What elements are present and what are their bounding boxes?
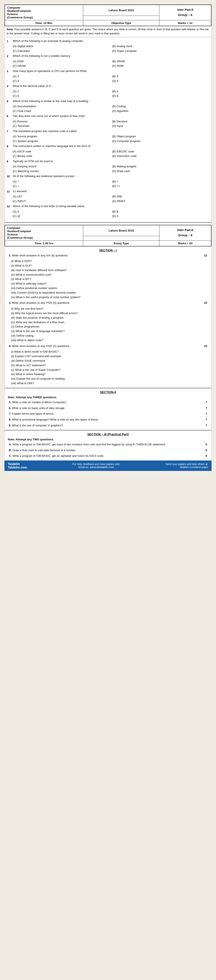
options-grid-9: (A) Keeping record (B) Making budgets (C…: [7, 164, 209, 173]
option-label: (D): [112, 215, 116, 218]
option-text: Digital watch: [17, 45, 33, 48]
essay-header-table: ComputerStudies/ComputerScience(Commerce…: [5, 225, 211, 247]
option-text: 2: [17, 75, 19, 78]
option-text: 4: [17, 80, 19, 83]
option-label: (A): [13, 135, 16, 138]
question-9: 9 Typically an ATM can be used to : (A) …: [7, 159, 209, 173]
options-grid-12: (A) S (B) $ (C) @ (D) #: [7, 210, 209, 218]
option-text: Analog clock: [116, 45, 132, 48]
option-label: (C): [13, 170, 17, 173]
option-label: (D): [112, 110, 116, 113]
option-8-4: (D) Instruction code: [112, 154, 209, 158]
question-text-8: The instructions written in machine lang…: [13, 144, 209, 148]
sub-item: (iv) Write any two limitations of a flow…: [11, 320, 211, 325]
section-ii-q: 7. Explain errors and types of errors. 7: [9, 412, 211, 416]
sub-item: (ii) Explain LIST command with example.: [11, 354, 211, 359]
option-text: Calculator: [17, 49, 30, 52]
option-label: (B): [112, 105, 116, 108]
question-row-11: 11 11 element :: [7, 189, 209, 194]
item-text: Convert (01001)₂ to equivalent decimal n…: [17, 291, 76, 294]
brand-name: Talabilm Talabilm.com: [8, 462, 27, 469]
roman-label: (i): [11, 307, 14, 310]
option-label: (D): [112, 94, 116, 97]
roman-label: (iv): [11, 321, 15, 324]
question-text-9: Typically an ATM can be used to :: [13, 159, 209, 164]
question-num-4: 4: [7, 84, 13, 88]
sub-item: (vii) Define coding.: [11, 334, 211, 338]
option-text: DRAM: [17, 64, 26, 67]
option-label: (A): [13, 195, 16, 198]
question-4: 4 What is the decimal value of 2² : (A) …: [7, 84, 209, 98]
option-label: (B): [112, 75, 116, 78]
option-label: (A): [13, 150, 16, 153]
section-iii-q: B. Draw a flow chart to calculate factor…: [9, 448, 211, 453]
item-text: What is GUI?: [15, 264, 32, 267]
option-text: Coding: [117, 105, 125, 108]
option-text: DIM: [117, 195, 122, 198]
roman-label: (i): [11, 350, 14, 353]
option-10-4: (D) >=: [112, 184, 209, 188]
item-text: What is BIT?: [15, 277, 31, 281]
option-5-4: (D) Algorithm: [112, 109, 209, 113]
roman-label: (iv): [11, 273, 15, 276]
sub-item: (ix) What is the useful property of octa…: [11, 295, 211, 300]
option-6-1: (A) Process: [13, 119, 110, 124]
questions-section: 1 Which of the following is an example o…: [5, 37, 211, 220]
option-5-3: (C) Flow Chart: [13, 109, 110, 113]
roman-label: (viii): [11, 382, 16, 385]
option-7-3: (C) System program: [13, 139, 110, 143]
option-label: (B): [112, 45, 116, 48]
options-grid-5: (A) Documentation (B) Coding (C) Flow Ch…: [7, 104, 209, 113]
question-8: 8 The instructions written in machine la…: [7, 144, 209, 158]
option-text: ^: [17, 180, 19, 183]
question-row-3: 3 How many types of operations a CPU can…: [7, 69, 209, 73]
item-text: Define programmer.: [15, 325, 40, 328]
item-text: Write any two limitations of a flow char…: [16, 321, 65, 324]
option-4-3: (C) 6: [13, 94, 110, 98]
essay-q4.: 4. Write short answers to any FIVE (5) q…: [9, 344, 211, 348]
send-label: Send your papers and help others at:: [166, 463, 208, 466]
item-text: Why the logical errors are the most diff…: [15, 312, 78, 315]
roman-label: (iv): [11, 364, 15, 367]
section-ii-q: 9. What is the use of computer in graphi…: [9, 423, 211, 428]
footer-email: admin@talabilm.com: [90, 466, 114, 469]
essay-subject-title: ComputerStudies/ComputerScience(Commerce…: [5, 225, 83, 240]
option-label: (C): [13, 110, 17, 113]
option-label: (D): [112, 64, 116, 67]
sub-item: (i) Why we use flow lines?: [11, 307, 211, 311]
question-num-5: 5: [7, 99, 13, 103]
question-1: 1 Which of the following is an example o…: [7, 39, 209, 53]
sub-item: (ii) Why the logical errors are the most…: [11, 311, 211, 316]
option-label: (C): [13, 94, 17, 97]
option-text: 5: [117, 80, 118, 83]
question-10: 10 All of the following are relational o…: [7, 174, 209, 188]
item-text: What is object code?: [17, 339, 43, 342]
option-2-3: (C) DRAM: [13, 64, 110, 68]
option-11-3: (C) INPUT: [13, 199, 110, 204]
footer-send: Send your papers and help others at: tal…: [166, 463, 208, 469]
option-text: ROM: [117, 64, 123, 67]
option-text: =: [17, 185, 19, 188]
roman-label: (ix): [11, 296, 15, 299]
question-row-10: 10 All of the following are relational o…: [7, 174, 209, 178]
item-text: How is hardware different from software?: [16, 269, 67, 272]
option-text: S: [17, 210, 19, 213]
sub-item: (viii) What is CMI?: [11, 381, 211, 386]
option-label: (B): [112, 135, 116, 138]
option-4-4: (D) 8: [112, 94, 209, 98]
options-grid-7: (A) Source program (B) Object program (C…: [7, 134, 209, 143]
section-iii-note: Note: Attempt any TWO questions.: [5, 438, 211, 441]
question-num-6: 6: [7, 114, 13, 118]
option-label: (D): [112, 124, 116, 127]
option-label: (C): [13, 215, 17, 218]
question-12: 12 Which of the following is last letter…: [7, 204, 209, 218]
option-text: System program: [17, 140, 38, 143]
question-6: 6 Two flow lines can come out of which s…: [7, 114, 209, 128]
footer-logo: Talabilm Talabilm.com: [8, 462, 27, 469]
option-9-3: (C) Watching movies: [13, 169, 110, 173]
interpart-label: Inter Part-IIGroup – II: [159, 5, 211, 20]
option-label: (A): [13, 105, 16, 108]
options-grid-6: (A) Process (B) Decision (C) Terminals (…: [7, 119, 209, 128]
sub-item: (viii) Convert (01001)₂ to equivalent de…: [11, 291, 211, 295]
option-label: (D): [112, 140, 116, 143]
